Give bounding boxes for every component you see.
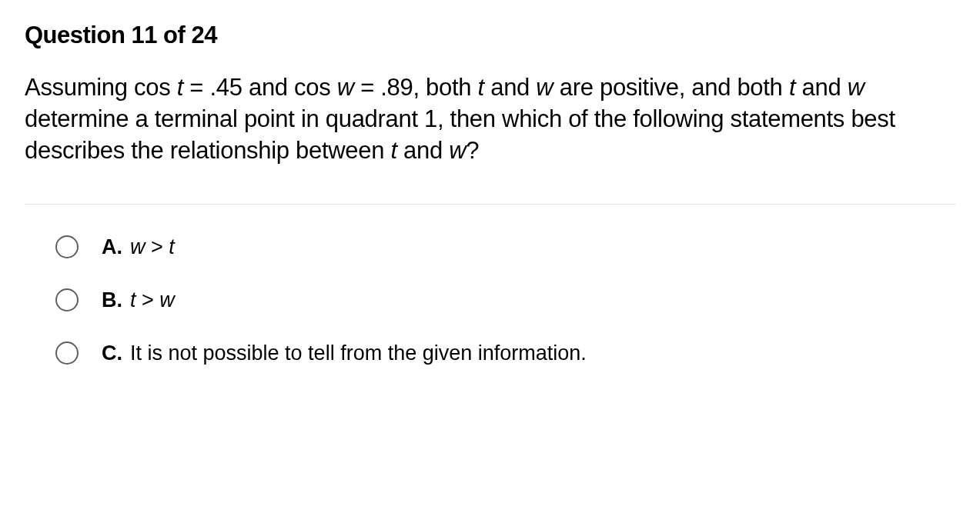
option-var: t (130, 288, 136, 311)
option-label: A. (102, 235, 122, 259)
question-text-segment: are positive, and both (560, 74, 789, 101)
option-var: w (130, 235, 145, 258)
option-text: It is not possible to tell from the give… (130, 341, 587, 365)
question-var-t: t (789, 74, 802, 101)
question-var-w: w (449, 137, 466, 164)
question-text-segment: ? (466, 137, 479, 164)
radio-icon (55, 235, 79, 258)
question-var-w: w (337, 74, 354, 101)
question-text-segment: = .45 and cos (183, 74, 337, 101)
option-c[interactable]: C. It is not possible to tell from the g… (55, 341, 955, 365)
question-header: Question 11 of 24 (25, 22, 955, 49)
option-label: B. (102, 288, 122, 312)
question-var-w: w (848, 74, 865, 101)
option-var: t (169, 235, 175, 258)
option-label: C. (102, 341, 122, 365)
question-var-t: t (177, 74, 183, 101)
question-text: Assuming cos t = .45 and cos w = .89, bo… (25, 72, 955, 167)
question-text-segment: and (802, 74, 848, 101)
option-var: w (159, 288, 175, 311)
divider (25, 204, 955, 205)
question-var-w: w (536, 74, 559, 101)
radio-icon (55, 288, 79, 311)
option-a[interactable]: A. w > t (55, 235, 955, 259)
question-text-segment: and (403, 137, 449, 164)
options-container: A. w > t B. t > w C. It is not possible … (25, 235, 955, 365)
option-text: w > t (130, 235, 175, 259)
option-b[interactable]: B. t > w (55, 288, 955, 312)
option-operator: > (136, 288, 160, 311)
question-var-t: t (390, 137, 403, 164)
radio-icon (55, 341, 79, 365)
question-var-t: t (478, 74, 491, 101)
question-text-segment: Assuming cos (25, 74, 177, 101)
option-operator: > (145, 235, 169, 258)
question-text-segment: and (490, 74, 536, 101)
option-text: t > w (130, 288, 175, 312)
question-text-segment: = .89, both (354, 74, 478, 101)
